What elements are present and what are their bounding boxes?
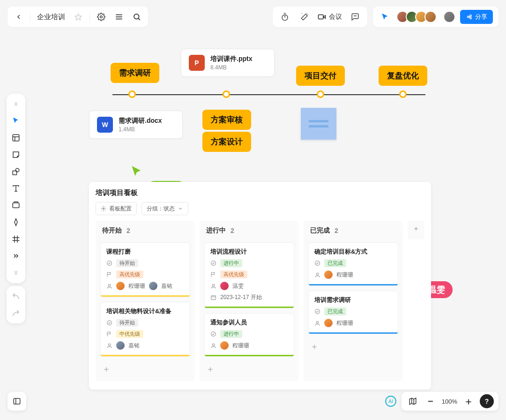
chevron-down-icon (178, 206, 183, 211)
select-tool[interactable] (10, 115, 22, 127)
share-button[interactable]: 分享 (460, 10, 493, 24)
kanban-config-button[interactable]: 看板配置 (96, 202, 137, 215)
presence-button[interactable] (379, 10, 392, 23)
sticky-note[interactable] (301, 108, 336, 140)
zoom-in-button[interactable]: ＋ (462, 395, 475, 408)
file-card-ppt[interactable]: P 培训课件.pptx 8.4MB (181, 49, 275, 77)
add-card-button[interactable]: ＋ (308, 339, 398, 354)
comment-button[interactable] (349, 10, 362, 23)
map-icon (409, 397, 417, 405)
kanban-group-dropdown[interactable]: 分组：状态 (141, 202, 188, 215)
kanban-card[interactable]: 培训流程设计 进行中 高优先级 温雯 2023-12-17 开始 (204, 242, 294, 308)
kanban-board[interactable]: 培训项目看板 看板配置 分组：状态 待开始 2 课程打磨 待开始 高优先级 程珊… (89, 182, 431, 390)
card-title: 确定培训目标&方式 (314, 248, 392, 256)
timeline-tag[interactable]: 需求调研 (111, 63, 159, 83)
kanban-card[interactable]: 确定培训目标&方式 已完成 程珊珊 (308, 242, 398, 286)
timeline-line (112, 94, 425, 95)
share-label: 分享 (475, 13, 487, 21)
timeline-tag[interactable]: 项目交付 (296, 66, 345, 86)
status-icon (210, 331, 216, 337)
timeline-tag[interactable]: 方案审核 (202, 110, 251, 130)
timeline-node[interactable] (128, 90, 136, 98)
timeline-node[interactable] (317, 90, 324, 98)
assignee-avatar (149, 282, 157, 290)
redo-icon (12, 309, 20, 317)
status-icon (106, 320, 112, 326)
stopwatch-icon (281, 13, 289, 21)
timeline-node[interactable] (399, 90, 407, 98)
chevrons-down-icon (13, 270, 19, 276)
kanban-card[interactable]: 培训相关物料设计&准备 待开始 中优先级 嘉铭 (100, 302, 190, 357)
kanban-column-done: 已完成 2 确定培训目标&方式 已完成 程珊珊 培训需求调研 已完成 程珊珊 ＋ (304, 221, 403, 381)
column-header: 待开始 2 (100, 225, 190, 238)
timeline-tag[interactable]: 复盘优化 (379, 66, 427, 86)
redo-button[interactable] (10, 308, 22, 319)
card-accent (309, 284, 398, 285)
priority-pill: 高优先级 (220, 270, 247, 278)
zoom-out-button[interactable]: − (424, 395, 437, 408)
sticky-tool[interactable] (10, 149, 22, 160)
kanban-card[interactable]: 通知参训人员 进行中 程珊珊 (204, 313, 294, 357)
assignee-avatar (116, 341, 125, 350)
assignee-name: 程珊珊 (336, 271, 353, 279)
card-accent (309, 332, 398, 334)
remote-cursor-icon (130, 165, 143, 178)
card-title: 通知参训人员 (210, 318, 288, 327)
share-icon (466, 14, 472, 20)
text-tool[interactable] (10, 183, 22, 194)
status-icon (210, 260, 216, 266)
kanban-column-doing: 进行中 2 培训流程设计 进行中 高优先级 温雯 2023-12-17 开始 通… (200, 221, 299, 381)
svg-point-41 (315, 309, 320, 314)
panel-toggle-button[interactable] (7, 392, 26, 411)
kanban-card[interactable]: 课程打磨 待开始 高优先级 程珊珊 嘉铭 (100, 242, 190, 297)
pen-tool[interactable] (10, 217, 22, 228)
sidebar-icon (13, 397, 21, 405)
status-icon (314, 308, 320, 315)
settings-button[interactable] (95, 10, 108, 23)
magic-button[interactable] (298, 10, 311, 23)
svg-point-13 (468, 16, 469, 18)
svg-point-42 (316, 321, 318, 323)
wand-icon (300, 13, 309, 21)
timeline-tag[interactable]: 方案设计 (202, 132, 251, 152)
more-tools[interactable] (10, 250, 22, 262)
column-name: 已完成 (310, 226, 330, 235)
chevrons-right-icon (12, 252, 20, 260)
help-button[interactable]: ? (480, 394, 494, 408)
grid-tool[interactable] (10, 233, 22, 245)
priority-pill: 中优先级 (116, 330, 143, 338)
calendar-icon (210, 294, 216, 300)
history-sidebar (7, 286, 25, 323)
search-button[interactable] (130, 10, 143, 23)
ai-button[interactable]: AI (384, 394, 398, 408)
frame-tool[interactable] (10, 132, 22, 143)
avatar-stack[interactable] (396, 11, 437, 23)
file-name: 需求调研.docx (119, 117, 162, 125)
assignee-name: 程珊珊 (128, 282, 145, 290)
collapse-button[interactable] (10, 98, 22, 110)
zoom-level[interactable]: 100% (442, 398, 457, 405)
timeline-node[interactable] (223, 90, 230, 98)
add-card-button[interactable]: ＋ (204, 361, 294, 376)
kanban-card[interactable]: 培训需求调研 已完成 程珊珊 (308, 291, 398, 334)
expand-button[interactable] (10, 267, 22, 278)
back-button[interactable] (12, 10, 25, 23)
add-card-button[interactable]: ＋ (100, 361, 190, 376)
assignee-avatar (324, 319, 333, 327)
image-tool[interactable] (10, 200, 22, 211)
assignee-name: 温雯 (232, 282, 244, 290)
svg-point-37 (211, 332, 216, 337)
map-button[interactable] (406, 395, 419, 408)
svg-text:AI: AI (388, 398, 393, 404)
gear-icon (97, 13, 105, 21)
shape-tool[interactable] (10, 166, 22, 177)
current-user-avatar[interactable] (443, 11, 455, 23)
file-card-doc[interactable]: W 需求调研.docx 1.4MB (89, 111, 183, 139)
meeting-button[interactable]: 会议 (318, 13, 342, 21)
file-meta: 培训课件.pptx 8.4MB (210, 55, 252, 71)
undo-button[interactable] (10, 291, 22, 302)
menu-button[interactable] (112, 10, 126, 23)
favorite-button[interactable] (72, 10, 85, 23)
timer-button[interactable] (278, 10, 291, 23)
add-column-button[interactable]: ＋ (408, 221, 424, 240)
